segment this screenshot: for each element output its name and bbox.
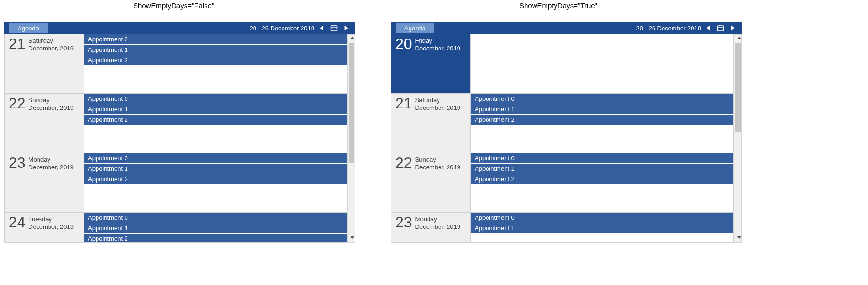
appointments: Appointment 0Appointment 1 xyxy=(471,213,733,243)
day-of-week: Sunday xyxy=(29,97,74,104)
scroll-up-icon[interactable] xyxy=(734,35,741,43)
scroll-thumb[interactable] xyxy=(349,43,354,163)
scroll-track[interactable] xyxy=(734,43,741,234)
agenda-list: 20 Friday December, 2019 21 Saturday Dec… xyxy=(391,34,734,243)
svg-marker-5 xyxy=(345,26,348,30)
agenda-button[interactable]: Agenda xyxy=(9,23,48,33)
appointment[interactable]: Appointment 1 xyxy=(84,223,347,234)
day-month: December, 2019 xyxy=(415,45,460,52)
date-range: 20 - 26 December 2019 xyxy=(249,22,355,34)
toolbar: Agenda 20 - 26 December 2019 xyxy=(391,22,742,34)
scroll-down-icon[interactable] xyxy=(348,234,355,242)
appointment[interactable]: Appointment 0 xyxy=(471,153,733,164)
calendar-icon[interactable] xyxy=(329,24,339,32)
toolbar: Agenda 20 - 26 December 2019 xyxy=(4,22,355,34)
day-month: December, 2019 xyxy=(29,164,74,171)
day-number: 20 xyxy=(395,36,412,51)
scrollbar[interactable] xyxy=(734,34,742,243)
agenda-button[interactable]: Agenda xyxy=(396,23,434,33)
appointment[interactable]: Appointment 0 xyxy=(471,94,733,104)
appointment[interactable]: Appointment 1 xyxy=(471,104,733,115)
day-month: December, 2019 xyxy=(415,223,460,231)
appointment[interactable]: Appointment 1 xyxy=(84,164,347,174)
day-month: December, 2019 xyxy=(29,223,74,231)
date-range: 20 - 26 December 2019 xyxy=(636,22,742,34)
svg-marker-13 xyxy=(731,26,734,30)
day-number: 21 xyxy=(9,36,26,51)
appointment[interactable]: Appointment 0 xyxy=(84,213,347,223)
day-header[interactable]: 22 Sunday December, 2019 xyxy=(5,94,84,153)
prev-icon[interactable] xyxy=(703,25,713,31)
next-icon[interactable] xyxy=(728,25,738,31)
day-header[interactable]: 22 Sunday December, 2019 xyxy=(391,153,471,212)
svg-rect-9 xyxy=(718,26,724,31)
appointment[interactable]: Appointment 1 xyxy=(84,104,347,115)
appointments: Appointment 0Appointment 1Appointment 2 xyxy=(84,94,347,153)
appointment[interactable]: Appointment 0 xyxy=(84,153,347,164)
day-month: December, 2019 xyxy=(29,45,74,52)
appointments: Appointment 0Appointment 1Appointment 2 xyxy=(84,153,347,212)
appointment[interactable]: Appointment 2 xyxy=(84,115,347,125)
appointments: Appointment 0Appointment 1Appointment 2 xyxy=(84,213,347,243)
day-row: 21 Saturday December, 2019 Appointment 0… xyxy=(391,94,733,153)
day-number: 23 xyxy=(395,215,412,230)
agenda-list: 21 Saturday December, 2019 Appointment 0… xyxy=(4,34,347,243)
appointment[interactable]: Appointment 2 xyxy=(471,174,733,185)
day-row: 22 Sunday December, 2019 Appointment 0Ap… xyxy=(5,94,347,153)
calendar-icon[interactable] xyxy=(715,24,726,32)
next-icon[interactable] xyxy=(341,25,351,31)
panel-left: Agenda 20 - 26 December 2019 21 Saturday… xyxy=(4,21,356,242)
caption-right: ShowEmptyDays="True" xyxy=(519,1,597,10)
scroll-track[interactable] xyxy=(348,43,355,234)
svg-marker-0 xyxy=(320,26,323,30)
svg-marker-7 xyxy=(350,236,354,239)
svg-marker-8 xyxy=(707,26,710,30)
appointments xyxy=(471,34,733,93)
day-header[interactable]: 20 Friday December, 2019 xyxy=(391,34,471,93)
appointment[interactable]: Appointment 1 xyxy=(84,45,347,55)
svg-marker-6 xyxy=(350,37,354,39)
scroll-thumb[interactable] xyxy=(735,43,741,132)
svg-marker-15 xyxy=(737,236,741,239)
appointments: Appointment 0Appointment 1Appointment 2 xyxy=(471,153,733,212)
appointment[interactable]: Appointment 2 xyxy=(84,234,347,243)
day-of-week: Monday xyxy=(415,216,460,223)
appointment[interactable]: Appointment 2 xyxy=(84,174,347,185)
day-of-week: Friday xyxy=(415,37,460,45)
day-month: December, 2019 xyxy=(415,104,460,112)
appointment[interactable]: Appointment 0 xyxy=(84,34,347,45)
day-row: 21 Saturday December, 2019 Appointment 0… xyxy=(5,34,347,94)
day-of-week: Sunday xyxy=(415,156,460,164)
caption-left: ShowEmptyDays="False" xyxy=(133,1,214,10)
day-of-week: Tuesday xyxy=(29,216,74,223)
day-number: 24 xyxy=(9,215,26,230)
svg-marker-14 xyxy=(737,37,741,39)
day-header[interactable]: 23 Monday December, 2019 xyxy=(391,213,471,243)
appointment[interactable]: Appointment 0 xyxy=(84,94,347,104)
appointment[interactable]: Appointment 1 xyxy=(471,164,733,174)
prev-icon[interactable] xyxy=(316,25,327,31)
day-header[interactable]: 24 Tuesday December, 2019 xyxy=(5,213,84,243)
appointment[interactable]: Appointment 1 xyxy=(471,223,733,234)
day-row: 24 Tuesday December, 2019 Appointment 0A… xyxy=(5,213,347,243)
scroll-up-icon[interactable] xyxy=(348,35,355,43)
day-of-week: Saturday xyxy=(29,37,74,45)
day-row: 20 Friday December, 2019 xyxy=(391,34,733,94)
appointments: Appointment 0Appointment 1Appointment 2 xyxy=(84,34,347,93)
day-header[interactable]: 23 Monday December, 2019 xyxy=(5,153,84,212)
appointment[interactable]: Appointment 0 xyxy=(471,213,733,223)
day-of-week: Monday xyxy=(29,156,74,164)
day-month: December, 2019 xyxy=(415,164,460,171)
scrollbar[interactable] xyxy=(347,34,355,243)
appointments: Appointment 0Appointment 1Appointment 2 xyxy=(471,94,733,153)
appointment[interactable]: Appointment 2 xyxy=(84,55,347,66)
day-row: 23 Monday December, 2019 Appointment 0Ap… xyxy=(5,153,347,213)
day-header[interactable]: 21 Saturday December, 2019 xyxy=(391,94,471,153)
svg-rect-1 xyxy=(331,26,337,31)
appointment[interactable]: Appointment 2 xyxy=(471,115,733,125)
scroll-down-icon[interactable] xyxy=(734,234,741,242)
day-header[interactable]: 21 Saturday December, 2019 xyxy=(5,34,84,93)
day-number: 22 xyxy=(9,96,26,111)
day-number: 22 xyxy=(395,155,412,170)
day-row: 23 Monday December, 2019 Appointment 0Ap… xyxy=(391,213,733,243)
